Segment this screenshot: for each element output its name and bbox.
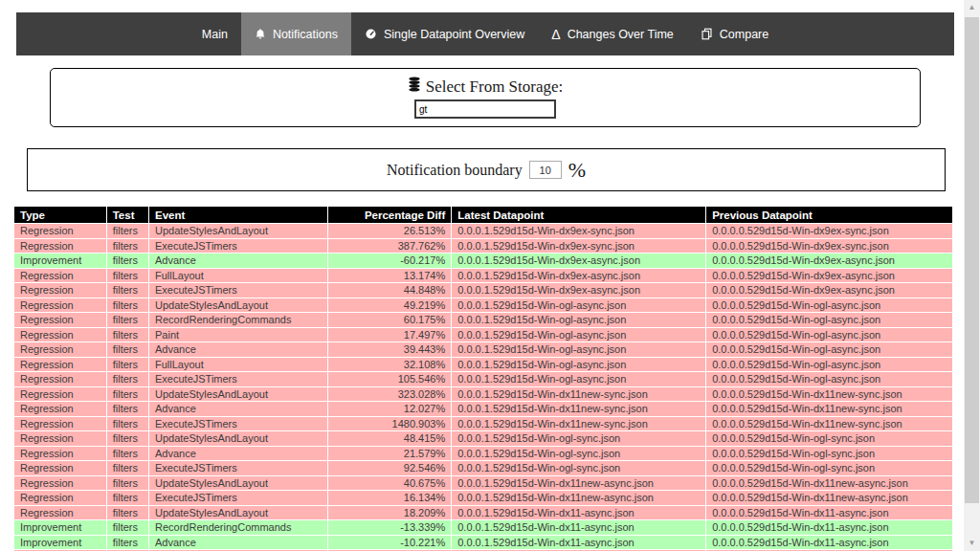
cell-latest: 0.0.0.1.529d15d-Win-dx11-async.json	[452, 535, 706, 550]
storage-panel: Select From Storage:	[50, 68, 921, 127]
cell-diff: 60.175%	[328, 313, 452, 328]
table-row: RegressionfiltersUpdateStylesAndLayout49…	[14, 298, 953, 313]
cell-test: filters	[106, 313, 148, 328]
tab-main[interactable]: Main	[189, 12, 241, 55]
compare-icon	[701, 28, 713, 40]
cell-event: Advance	[149, 342, 328, 358]
table-row: RegressionfiltersUpdateStylesAndLayout18…	[14, 505, 953, 520]
table-row: RegressionfiltersExecuteJSTimers387.762%…	[14, 238, 953, 253]
cell-event: ExecuteJSTimers	[149, 416, 328, 431]
cell-event: RecordRenderingCommands	[149, 520, 328, 536]
cell-test: filters	[106, 283, 148, 298]
tab-compare-label: Compare	[720, 28, 768, 41]
cell-diff: 387.762%	[328, 238, 452, 253]
cell-type: Regression	[14, 475, 107, 491]
cell-diff: 105.546%	[328, 372, 452, 387]
top-navbar: Main Notifications Single Datapoint Over…	[16, 12, 954, 55]
cell-diff: 92.546%	[328, 461, 452, 476]
cell-event: ExecuteJSTimers	[149, 238, 328, 253]
table-row: ImprovementfiltersRecordRenderingCommand…	[14, 520, 953, 536]
cell-diff: 26.513%	[328, 224, 452, 239]
cell-test: filters	[106, 357, 148, 372]
table-row: RegressionfiltersExecuteJSTimers16.134%0…	[14, 491, 953, 506]
cell-type: Regression	[14, 357, 107, 372]
cell-test: filters	[106, 431, 148, 447]
cell-event: RecordRenderingCommands	[149, 313, 328, 328]
tab-changes-over-time[interactable]: Δ Changes Over Time	[538, 12, 687, 55]
cell-diff: 44.848%	[328, 283, 452, 298]
cell-test: filters	[106, 491, 148, 506]
cell-test: filters	[106, 446, 148, 461]
cell-previous: 0.0.0.0.529d15d-Win-dx9ex-async.json	[706, 268, 953, 283]
cell-test: filters	[106, 386, 148, 402]
cell-type: Regression	[14, 491, 107, 506]
table-row: RegressionfiltersAdvance39.443%0.0.0.1.5…	[14, 342, 953, 358]
cell-latest: 0.0.0.1.529d15d-Win-ogl-async.json	[452, 327, 706, 342]
cell-latest: 0.0.0.1.529d15d-Win-dx9ex-sync.json	[452, 224, 706, 239]
scrollbar-thumb[interactable]	[965, 17, 979, 503]
cell-test: filters	[106, 475, 148, 491]
cell-diff: 13.174%	[328, 268, 452, 283]
cell-diff: 17.497%	[328, 327, 452, 342]
cell-event: Advance	[149, 446, 328, 461]
table-row: ImprovementfiltersAdvance-10.221%0.0.0.1…	[14, 535, 953, 550]
cell-diff: 21.579%	[328, 446, 452, 461]
cell-type: Regression	[14, 372, 107, 387]
cell-type: Improvement	[14, 535, 107, 550]
cell-type: Regression	[14, 268, 107, 283]
column-header-test: Test	[106, 207, 148, 224]
cell-event: UpdateStylesAndLayout	[149, 475, 328, 491]
tab-compare[interactable]: Compare	[687, 12, 782, 55]
cell-type: Regression	[14, 505, 107, 520]
cell-previous: 0.0.0.0.529d15d-Win-dx11-async.json	[706, 520, 953, 536]
boundary-input[interactable]	[529, 161, 562, 179]
tab-changes-over-time-label: Changes Over Time	[568, 28, 674, 41]
table-row: RegressionfiltersUpdateStylesAndLayout32…	[14, 386, 953, 402]
cell-type: Regression	[14, 327, 107, 342]
cell-previous: 0.0.0.0.529d15d-Win-ogl-async.json	[706, 327, 953, 342]
cell-diff: -60.217%	[328, 253, 452, 269]
column-header-previous-datapoint: Previous Datapoint	[706, 207, 953, 224]
cell-test: filters	[106, 238, 148, 253]
cell-latest: 0.0.0.1.529d15d-Win-dx11new-sync.json	[452, 416, 706, 431]
cell-previous: 0.0.0.0.529d15d-Win-dx9ex-sync.json	[706, 224, 953, 239]
cell-event: FullLayout	[149, 268, 328, 283]
tab-notifications[interactable]: Notifications	[241, 12, 351, 55]
cell-previous: 0.0.0.0.529d15d-Win-ogl-async.json	[706, 372, 953, 387]
column-header-event: Event	[149, 207, 328, 224]
scroll-up-icon[interactable]: ▲	[964, 0, 980, 15]
cell-type: Regression	[14, 313, 107, 328]
cell-test: filters	[106, 224, 148, 239]
vertical-scrollbar[interactable]: ▲ ▼	[964, 0, 980, 551]
tab-single-datapoint-overview[interactable]: Single Datapoint Overview	[351, 12, 538, 55]
cell-event: Advance	[149, 402, 328, 417]
cell-type: Regression	[14, 224, 107, 239]
tab-single-datapoint-overview-label: Single Datapoint Overview	[384, 28, 524, 41]
cell-latest: 0.0.0.1.529d15d-Win-dx11new-async.json	[452, 491, 706, 506]
storage-search-input[interactable]	[414, 99, 556, 119]
cell-latest: 0.0.0.1.529d15d-Win-dx9ex-async.json	[452, 283, 706, 298]
cell-previous: 0.0.0.0.529d15d-Win-ogl-async.json	[706, 342, 953, 358]
cell-latest: 0.0.0.1.529d15d-Win-dx9ex-sync.json	[452, 238, 706, 253]
cell-diff: 323.028%	[328, 386, 452, 402]
cell-event: Advance	[149, 535, 328, 550]
cell-test: filters	[106, 402, 148, 417]
cell-latest: 0.0.0.1.529d15d-Win-ogl-async.json	[452, 372, 706, 387]
cell-previous: 0.0.0.0.529d15d-Win-dx11new-sync.json	[706, 416, 953, 431]
cell-test: filters	[106, 416, 148, 431]
scroll-down-icon[interactable]: ▼	[964, 536, 980, 551]
cell-event: Paint	[149, 327, 328, 342]
cell-previous: 0.0.0.0.529d15d-Win-dx9ex-sync.json	[706, 238, 953, 253]
cell-previous: 0.0.0.0.529d15d-Win-ogl-async.json	[706, 313, 953, 328]
cell-diff: 49.219%	[328, 298, 452, 313]
cell-previous: 0.0.0.0.529d15d-Win-dx9ex-async.json	[706, 283, 953, 298]
column-header-type: Type	[14, 207, 107, 224]
cell-previous: 0.0.0.0.529d15d-Win-dx11new-sync.json	[706, 402, 953, 417]
table-body: RegressionfiltersUpdateStylesAndLayout26…	[14, 224, 953, 551]
cell-latest: 0.0.0.1.529d15d-Win-ogl-async.json	[452, 313, 706, 328]
cell-latest: 0.0.0.1.529d15d-Win-dx11-async.json	[452, 505, 706, 520]
storage-heading-label: Select From Storage:	[426, 77, 564, 97]
table-row: RegressionfiltersAdvance21.579%0.0.0.1.5…	[14, 446, 953, 461]
cell-test: filters	[106, 505, 148, 520]
cell-test: filters	[106, 535, 148, 550]
